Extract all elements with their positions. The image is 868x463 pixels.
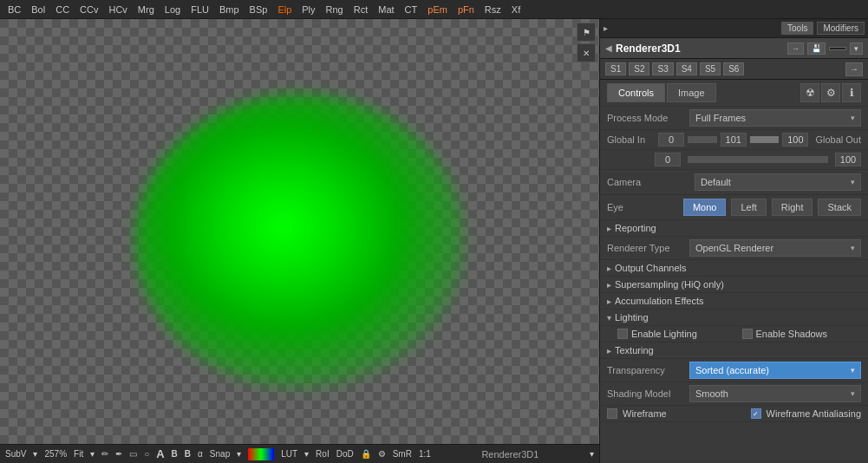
- s6-btn[interactable]: S6: [723, 62, 744, 75]
- texturing-section-header[interactable]: ▸ Texturing: [600, 342, 868, 359]
- global-in-value1[interactable]: 0: [658, 133, 684, 147]
- output-channels-section[interactable]: ▸ Output Channels: [600, 260, 868, 277]
- renderer-type-dropdown[interactable]: OpenGL Renderer ▾: [689, 239, 861, 257]
- menu-cc[interactable]: CC: [51, 3, 74, 16]
- supersampling-label: Supersampling (HiQ only): [615, 279, 724, 290]
- transparency-dropdown[interactable]: Sorted (accurate) ▾: [689, 362, 861, 379]
- shading-model-dropdown[interactable]: Smooth ▾: [689, 385, 861, 402]
- fit-btn[interactable]: Fit: [74, 449, 83, 459]
- menu-ccv[interactable]: CCv: [75, 3, 102, 16]
- info-icon[interactable]: ℹ: [842, 83, 861, 102]
- menu-pem[interactable]: pEm: [423, 3, 452, 16]
- s3-btn[interactable]: S3: [652, 62, 673, 75]
- viewport-close-icon[interactable]: ✕: [577, 43, 596, 62]
- alpha-icon[interactable]: α: [198, 449, 203, 459]
- global-in-label: Global In: [607, 134, 655, 145]
- camera-label: Camera: [607, 177, 689, 187]
- node-title: Renderer3D1: [616, 42, 784, 55]
- brush-icon[interactable]: ✏: [101, 449, 108, 459]
- roi-label[interactable]: RoI: [316, 449, 330, 459]
- menu-rct[interactable]: Rct: [349, 3, 373, 16]
- scroll-down-icon[interactable]: ▾: [590, 449, 594, 459]
- s2-btn[interactable]: S2: [629, 62, 649, 75]
- menu-mat[interactable]: Mat: [374, 3, 398, 16]
- radiation-icon[interactable]: ☢: [800, 83, 819, 102]
- smr-label[interactable]: SmR: [393, 449, 412, 459]
- menu-pfn[interactable]: pFn: [454, 3, 479, 16]
- zoom-level[interactable]: 257%: [44, 449, 67, 459]
- ratio-label[interactable]: 1:1: [419, 449, 431, 459]
- b-icon[interactable]: B: [172, 449, 178, 459]
- menu-bc[interactable]: BC: [3, 3, 25, 16]
- eye-right-btn[interactable]: Right: [772, 199, 813, 216]
- global-out-slider[interactable]: [750, 136, 780, 143]
- s1-btn[interactable]: S1: [605, 62, 626, 75]
- menu-flu[interactable]: FLU: [186, 3, 213, 16]
- enable-shadows-checkbox[interactable]: [742, 329, 753, 339]
- menu-xf[interactable]: Xf: [507, 3, 525, 16]
- s4-btn[interactable]: S4: [676, 62, 697, 75]
- global-in-slider[interactable]: [688, 136, 717, 143]
- tabs-row: Controls Image ☢ ⚙ ℹ: [600, 80, 868, 107]
- pen-icon[interactable]: ✒: [115, 449, 122, 459]
- bold-a-icon[interactable]: A: [156, 447, 164, 460]
- arrow-right-icon[interactable]: →: [845, 62, 863, 76]
- shape-square-icon[interactable]: ▭: [129, 449, 137, 459]
- camera-dropdown[interactable]: Default ▾: [695, 173, 861, 191]
- lut-label[interactable]: LUT: [281, 449, 297, 459]
- global-out-value[interactable]: 100: [835, 153, 861, 166]
- lighting-section-header[interactable]: ▾ Lighting: [600, 310, 868, 326]
- shape-circle-icon[interactable]: ○: [144, 449, 149, 459]
- global-out-num[interactable]: 0: [655, 153, 681, 166]
- viewport-flag-icon[interactable]: ⚑: [577, 23, 596, 42]
- menu-rsz[interactable]: Rsz: [480, 3, 506, 16]
- eye-left-btn[interactable]: Left: [731, 199, 766, 216]
- enable-lighting-checkbox[interactable]: [617, 329, 628, 339]
- global-slider-full[interactable]: [688, 156, 828, 163]
- menu-bol[interactable]: Bol: [27, 3, 49, 16]
- subv-label[interactable]: SubV: [5, 449, 26, 459]
- camera-row: Camera Default ▾: [600, 170, 868, 195]
- modifiers-tab-btn[interactable]: Modifiers: [817, 22, 865, 35]
- b2-icon[interactable]: B: [185, 449, 191, 459]
- global-in-value2[interactable]: 101: [721, 133, 747, 147]
- dod-label[interactable]: DoD: [336, 449, 354, 459]
- snap-label[interactable]: Snap: [210, 449, 230, 459]
- settings-icon[interactable]: ⚙: [378, 449, 386, 459]
- node-save-btn[interactable]: 💾: [807, 42, 826, 55]
- node-color-btn[interactable]: [829, 47, 846, 50]
- menu-elp[interactable]: Elp: [273, 3, 296, 16]
- process-mode-dropdown[interactable]: Full Frames ▾: [689, 109, 861, 127]
- tab-image[interactable]: Image: [667, 83, 716, 102]
- supersampling-section[interactable]: ▸ Supersampling (HiQ only): [600, 277, 868, 293]
- menu-ply[interactable]: Ply: [297, 3, 319, 16]
- viewport[interactable]: ⚑ ✕ SubV ▾ 257% Fit ▾ ✏ ✒ ▭ ○ A B B α Sn…: [0, 19, 599, 463]
- wireframe-checkbox[interactable]: [607, 408, 617, 419]
- gear-icon[interactable]: ⚙: [821, 83, 840, 102]
- node-expand-btn[interactable]: ▾: [850, 42, 863, 55]
- s5-btn[interactable]: S5: [700, 62, 721, 75]
- s-buttons-row: S1 S2 S3 S4 S5 S6 →: [600, 59, 868, 80]
- menu-rng[interactable]: Rng: [322, 3, 348, 16]
- tools-tab-btn[interactable]: Tools: [781, 22, 813, 35]
- node-collapse-icon[interactable]: ◀: [605, 43, 612, 53]
- menu-mrg[interactable]: Mrg: [134, 3, 159, 16]
- lock-icon[interactable]: 🔒: [361, 449, 371, 459]
- accumulation-section[interactable]: ▸ Accumulation Effects: [600, 293, 868, 310]
- menu-hcv[interactable]: HCv: [104, 3, 131, 16]
- eye-mono-btn[interactable]: Mono: [683, 199, 727, 216]
- node-action-btn1[interactable]: →: [787, 42, 804, 55]
- reporting-label[interactable]: Reporting: [615, 223, 656, 233]
- menu-log[interactable]: Log: [160, 3, 185, 16]
- eye-stack-btn[interactable]: Stack: [818, 199, 861, 216]
- accumulation-label: Accumulation Effects: [615, 296, 704, 306]
- menu-ct[interactable]: CT: [401, 3, 422, 16]
- menu-bmp[interactable]: Bmp: [215, 3, 244, 16]
- menu-bsp[interactable]: BSp: [245, 3, 272, 16]
- tab-controls[interactable]: Controls: [607, 83, 665, 102]
- global-in-value3[interactable]: 100: [782, 133, 808, 147]
- main-area: ⚑ ✕ SubV ▾ 257% Fit ▾ ✏ ✒ ▭ ○ A B B α Sn…: [0, 19, 868, 463]
- global-in-row: Global In 0 101 100 Global Out: [600, 130, 868, 150]
- color-bar[interactable]: [248, 448, 274, 460]
- wireframe-antialiasing-checkbox[interactable]: ✓: [751, 408, 761, 419]
